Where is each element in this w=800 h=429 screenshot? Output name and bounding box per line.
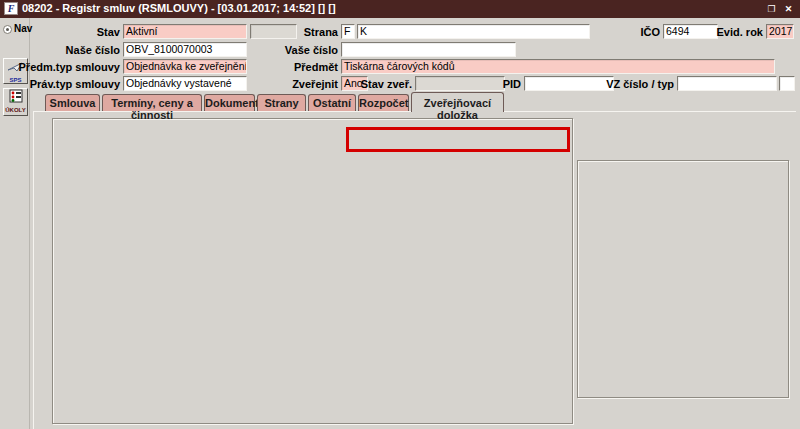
tab-dokumenty[interactable]: Dokumenty <box>204 94 255 111</box>
isrs-group-box <box>577 160 789 398</box>
tab-zverejnovaci-dolozka[interactable]: Zveřejňovací doložka <box>411 92 504 112</box>
restore-window-icon[interactable]: ❐ <box>765 3 778 15</box>
app-icon: F <box>4 2 18 15</box>
pid-field[interactable] <box>524 76 614 91</box>
zverejnit-label: Zveřejnit <box>292 78 338 90</box>
vz-typ-field[interactable] <box>779 76 795 91</box>
tab-ostatni[interactable]: Ostatní <box>308 94 356 111</box>
left-toolbar: Nav SPS ÚKOLY <box>0 18 30 429</box>
window-title: 08202 - Registr smluv (RSMLOUVY) - [03.0… <box>22 2 336 14</box>
vz-cislo-field[interactable] <box>677 76 777 91</box>
predmet-field[interactable]: Tiskárna čárových kódů <box>341 59 775 74</box>
tab-rozpocet[interactable]: Rozpočet <box>358 94 409 111</box>
stav-zver-field <box>415 76 505 91</box>
close-window-icon[interactable]: ✕ <box>782 3 795 15</box>
predm-typ-field[interactable]: Objednávka ke zveřejnění <box>123 59 247 74</box>
publish-group-box <box>52 118 573 424</box>
predm-typ-label: Předm.typ smlouvy <box>19 61 120 73</box>
stav-zver-label: Stav zveř. <box>361 78 412 90</box>
vase-cislo-label: Vaše číslo <box>285 44 338 56</box>
nase-cislo-label: Naše číslo <box>66 44 120 56</box>
tab-terminy[interactable]: Termíny, ceny a činnosti <box>102 94 202 111</box>
nav-radio-label: Nav <box>14 23 32 34</box>
ukoly-icon <box>8 89 24 106</box>
tab-smlouva[interactable]: Smlouva <box>45 94 100 111</box>
ico-label: IČO <box>640 26 660 38</box>
sps-button-label: SPS <box>4 77 27 83</box>
nav-radio[interactable] <box>3 25 12 34</box>
strana-label: Strana <box>304 26 338 38</box>
strana-f-field[interactable]: F <box>341 24 355 39</box>
stav-label: Stav <box>97 26 120 38</box>
evid-rok-field[interactable]: 2017 <box>766 24 794 39</box>
stav-extra-field <box>250 24 297 39</box>
predmet-label: Předmět <box>294 61 338 73</box>
tab-strany[interactable]: Strany <box>257 94 306 111</box>
evid-rok-label: Evid. rok <box>717 26 763 38</box>
ukoly-button[interactable]: ÚKOLY <box>3 88 28 116</box>
stav-field[interactable]: Aktivní <box>123 24 247 39</box>
nase-cislo-field[interactable]: OBV_8100070003 <box>123 42 247 57</box>
vz-cislo-label: VZ číslo / typ <box>606 78 674 90</box>
prav-typ-label: Práv.typ smlouvy <box>30 78 120 90</box>
pid-label: PID <box>503 78 521 90</box>
strana-k-field[interactable]: K <box>357 24 590 39</box>
ico-field[interactable]: 6494 <box>663 24 718 39</box>
prav-typ-field[interactable]: Objednávky vystavené <box>123 76 247 91</box>
ukoly-button-label: ÚKOLY <box>4 107 27 113</box>
vase-cislo-field[interactable] <box>341 42 516 57</box>
title-bar: F 08202 - Registr smluv (RSMLOUVY) - [03… <box>0 0 800 18</box>
